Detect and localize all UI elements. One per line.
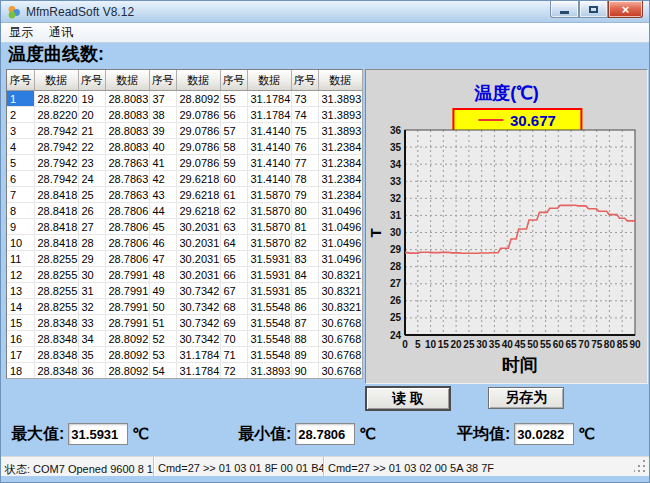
cell-value[interactable]: 28.7942	[34, 155, 78, 171]
cell-seq[interactable]: 10	[7, 235, 34, 251]
maximize-button[interactable]	[579, 1, 608, 18]
cell-seq[interactable]: 6	[7, 171, 34, 187]
cell-seq[interactable]: 41	[149, 155, 176, 171]
avg-value-field[interactable]	[514, 423, 574, 445]
cell-value[interactable]: 30.6768	[318, 363, 362, 379]
col-header-seq[interactable]: 序号	[78, 70, 105, 91]
cell-seq[interactable]: 31	[78, 283, 105, 299]
cell-seq[interactable]: 13	[7, 283, 34, 299]
cell-value[interactable]: 28.7806	[105, 219, 149, 235]
max-value-field[interactable]	[68, 423, 128, 445]
cell-seq[interactable]: 27	[78, 219, 105, 235]
cell-seq[interactable]: 2	[7, 107, 34, 123]
cell-value[interactable]: 31.3893	[318, 91, 362, 107]
cell-seq[interactable]: 87	[291, 315, 318, 331]
col-header-value[interactable]: 数据	[176, 70, 220, 91]
cell-seq[interactable]: 55	[220, 91, 247, 107]
cell-seq[interactable]: 89	[291, 347, 318, 363]
cell-seq[interactable]: 54	[149, 363, 176, 379]
cell-seq[interactable]: 42	[149, 171, 176, 187]
cell-seq[interactable]: 43	[149, 187, 176, 203]
cell-seq[interactable]: 74	[291, 107, 318, 123]
cell-seq[interactable]: 9	[7, 219, 34, 235]
cell-seq[interactable]: 20	[78, 107, 105, 123]
cell-seq[interactable]: 7	[7, 187, 34, 203]
cell-seq[interactable]: 73	[291, 91, 318, 107]
cell-value[interactable]: 30.7342	[176, 315, 220, 331]
cell-seq[interactable]: 53	[149, 347, 176, 363]
cell-value[interactable]: 30.7342	[176, 283, 220, 299]
cell-seq[interactable]: 28	[78, 235, 105, 251]
cell-seq[interactable]: 24	[78, 171, 105, 187]
cell-value[interactable]: 31.1784	[247, 107, 291, 123]
cell-seq[interactable]: 36	[78, 363, 105, 379]
cell-value[interactable]: 31.3893	[318, 123, 362, 139]
cell-value[interactable]: 28.8092	[105, 363, 149, 379]
cell-value[interactable]: 31.1784	[176, 363, 220, 379]
col-header-seq[interactable]: 序号	[220, 70, 247, 91]
cell-value[interactable]: 30.8321	[318, 283, 362, 299]
cell-seq[interactable]: 52	[149, 331, 176, 347]
cell-value[interactable]: 28.8255	[34, 283, 78, 299]
cell-seq[interactable]: 50	[149, 299, 176, 315]
cell-value[interactable]: 28.8220	[34, 107, 78, 123]
cell-seq[interactable]: 70	[220, 331, 247, 347]
cell-value[interactable]: 31.2384	[318, 187, 362, 203]
cell-value[interactable]: 31.5870	[247, 219, 291, 235]
cell-seq[interactable]: 67	[220, 283, 247, 299]
cell-seq[interactable]: 90	[291, 363, 318, 379]
cell-seq[interactable]: 15	[7, 315, 34, 331]
cell-value[interactable]: 28.8083	[105, 107, 149, 123]
cell-seq[interactable]: 29	[78, 251, 105, 267]
cell-value[interactable]: 28.7806	[105, 203, 149, 219]
col-header-seq[interactable]: 序号	[7, 70, 34, 91]
cell-value[interactable]: 30.7342	[176, 299, 220, 315]
cell-value[interactable]: 29.6218	[176, 203, 220, 219]
cell-seq[interactable]: 48	[149, 267, 176, 283]
cell-value[interactable]: 30.7342	[176, 331, 220, 347]
cell-value[interactable]: 31.2384	[318, 155, 362, 171]
cell-seq[interactable]: 84	[291, 267, 318, 283]
cell-seq[interactable]: 38	[149, 107, 176, 123]
col-header-value[interactable]: 数据	[247, 70, 291, 91]
cell-value[interactable]: 28.8255	[34, 299, 78, 315]
min-value-field[interactable]	[295, 423, 355, 445]
cell-seq[interactable]: 65	[220, 251, 247, 267]
cell-value[interactable]: 31.5870	[247, 235, 291, 251]
cell-seq[interactable]: 63	[220, 219, 247, 235]
cell-seq[interactable]: 78	[291, 171, 318, 187]
cell-value[interactable]: 31.0496	[318, 251, 362, 267]
cell-seq[interactable]: 77	[291, 155, 318, 171]
cell-value[interactable]: 28.8418	[34, 187, 78, 203]
cell-value[interactable]: 28.8092	[105, 347, 149, 363]
cell-value[interactable]: 31.1784	[176, 347, 220, 363]
cell-value[interactable]: 29.6218	[176, 171, 220, 187]
cell-value[interactable]: 28.8083	[105, 91, 149, 107]
cell-seq[interactable]: 23	[78, 155, 105, 171]
cell-value[interactable]: 31.0496	[318, 203, 362, 219]
cell-value[interactable]: 31.3893	[318, 107, 362, 123]
cell-seq[interactable]: 75	[291, 123, 318, 139]
cell-seq[interactable]: 14	[7, 299, 34, 315]
cell-seq[interactable]: 33	[78, 315, 105, 331]
cell-value[interactable]: 28.7942	[34, 123, 78, 139]
cell-value[interactable]: 30.2031	[176, 267, 220, 283]
cell-value[interactable]: 29.0786	[176, 107, 220, 123]
cell-value[interactable]: 28.7942	[34, 171, 78, 187]
cell-value[interactable]: 31.4140	[247, 171, 291, 187]
title-bar[interactable]: MfmReadSoft V8.12 ×	[1, 1, 649, 23]
cell-seq[interactable]: 71	[220, 347, 247, 363]
cell-value[interactable]: 29.0786	[176, 139, 220, 155]
cell-seq[interactable]: 68	[220, 299, 247, 315]
cell-seq[interactable]: 69	[220, 315, 247, 331]
cell-value[interactable]: 30.8321	[318, 267, 362, 283]
close-button[interactable]: ×	[608, 1, 643, 18]
cell-seq[interactable]: 61	[220, 187, 247, 203]
cell-seq[interactable]: 32	[78, 299, 105, 315]
cell-value[interactable]: 30.6768	[318, 331, 362, 347]
cell-seq[interactable]: 25	[78, 187, 105, 203]
cell-value[interactable]: 28.8348	[34, 363, 78, 379]
cell-seq[interactable]: 57	[220, 123, 247, 139]
cell-value[interactable]: 28.7806	[105, 235, 149, 251]
cell-seq[interactable]: 21	[78, 123, 105, 139]
